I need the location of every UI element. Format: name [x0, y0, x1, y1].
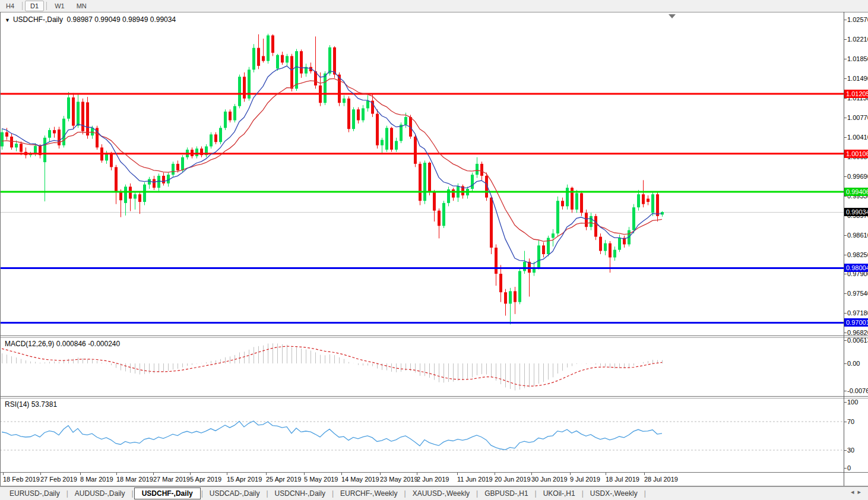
candle-body [618, 238, 621, 250]
candle-body [72, 97, 75, 126]
chart-tab-xauusd-weekly[interactable]: XAUUSD-,Weekly [407, 488, 476, 499]
candle-body [286, 56, 289, 62]
date-axis-label: 30 Jun 2019 [531, 476, 568, 483]
chart-tab-gbpusd-h1[interactable]: GBPUSD-,H1 [479, 488, 534, 499]
candle-body [328, 48, 331, 74]
chart-tab-eurusd-daily[interactable]: EURUSD-,Daily [4, 488, 66, 499]
candle-body [400, 125, 403, 141]
macd-axis-label: -0.007612 [847, 387, 868, 394]
chart-canvas[interactable] [0, 0, 868, 500]
candle-body [561, 201, 564, 206]
candle-body [357, 109, 360, 120]
candle-body [433, 192, 436, 211]
rsi-axis-label: 70 [847, 418, 854, 425]
rsi-label: RSI(14) 53.7381 [5, 400, 57, 409]
date-axis-label: 18 Feb 2019 [3, 476, 40, 483]
candle-body [143, 185, 146, 202]
chart-tab-audusd-daily[interactable]: AUDUSD-,Daily [69, 488, 131, 499]
candle-body [590, 216, 593, 227]
date-axis-label: 18 Mar 2019 [116, 476, 153, 483]
candle-body [390, 128, 393, 150]
price-axis-label: 0.99690 [847, 173, 868, 180]
candle-body [15, 144, 18, 147]
tab-scroll-left-icon[interactable]: ◂ [851, 488, 858, 495]
candle-body [651, 194, 654, 213]
candle-body [53, 130, 56, 133]
price-level-tag: 1.01205 [844, 90, 868, 98]
date-axis-label: 2 Jun 2019 [417, 476, 449, 483]
ma-fast-line [2, 66, 662, 264]
tab-scroll-arrows: ◂▸ [851, 488, 864, 496]
candle-body [476, 164, 479, 175]
candle-body [157, 176, 160, 188]
candle-body [642, 194, 645, 204]
candle-body [423, 163, 426, 201]
candle-body [48, 130, 51, 138]
candle-body [594, 216, 597, 237]
candle-body [385, 128, 388, 150]
candle-body [537, 245, 540, 267]
candle-body [352, 109, 355, 129]
price-level-tag: 0.97001 [844, 318, 868, 327]
candle-body [67, 97, 70, 119]
candle-body [504, 292, 507, 303]
candle-body [575, 193, 578, 209]
candle-body [514, 291, 517, 302]
candle-body [366, 101, 369, 109]
price-level-tag: 0.99406 [844, 188, 868, 196]
price-axis-label: 1.00770 [847, 114, 868, 121]
rsi-axis-label: 0 [847, 464, 851, 471]
candle-body [252, 48, 255, 70]
chart-ohlc-values: 0.98987 0.99049 0.98949 0.99034 [67, 15, 176, 24]
chart-tab-eurchf-weekly[interactable]: EURCHF-,Weekly [334, 488, 403, 499]
date-axis-label: 20 Jun 2019 [495, 476, 531, 483]
candle-body [647, 199, 650, 202]
macd-axis-label: 0.00613 [847, 337, 868, 344]
candle-body [585, 213, 588, 227]
tab-scroll-right-icon[interactable]: ▸ [857, 488, 864, 495]
date-axis-label: 11 Jun 2019 [457, 476, 493, 483]
candle-body [214, 134, 217, 142]
candle-body [471, 175, 474, 189]
candle-body [20, 144, 23, 152]
candle-body [518, 271, 521, 302]
candle-body [395, 141, 398, 150]
chart-tab-usdchf-daily[interactable]: USDCHF-,Daily [134, 488, 201, 499]
candle-body [176, 164, 179, 170]
candle-body [613, 250, 616, 258]
price-axis-label: 1.01850 [847, 55, 868, 62]
candle-body [119, 192, 122, 201]
candle-body [656, 194, 659, 216]
macd-signal-value: -0.000240 [88, 340, 120, 348]
date-axis-label: 9 Jul 2019 [570, 476, 600, 483]
chart-tab-usdx-weekly[interactable]: USDX-,Weekly [584, 488, 644, 499]
candle-body [271, 36, 274, 53]
candle-body [333, 48, 336, 75]
chart-dropdown-icon[interactable]: ▼ [5, 17, 10, 23]
candle-body [495, 248, 498, 274]
candle-body [238, 77, 241, 106]
macd-label: MACD(12,26,9) 0.000846 -0.000240 [5, 340, 120, 348]
candle-body [414, 137, 417, 164]
price-axis-label: 1.01490 [847, 75, 868, 82]
candle-body [210, 134, 213, 146]
candle-body [10, 137, 13, 147]
chart-tab-bar: EURUSD-,Daily|AUDUSD-,Daily|USDCHF-,Dail… [0, 486, 868, 500]
candle-body [153, 179, 156, 188]
candle-body [5, 132, 8, 137]
candle-body [134, 194, 137, 198]
candle-body [547, 238, 550, 254]
chart-tab-usdcad-daily[interactable]: USDCAD-,Daily [204, 488, 266, 499]
candle-body [523, 262, 526, 271]
candle-body [324, 74, 327, 103]
chart-tab-usdcnh-daily[interactable]: USDCNH-,Daily [269, 488, 331, 499]
candle-body [442, 203, 445, 226]
chart-tab-ukoil-h1[interactable]: UKOil-,H1 [537, 488, 581, 499]
price-axis-label: 0.97540 [847, 290, 868, 297]
candle-body [362, 108, 365, 120]
candle-body [609, 243, 612, 258]
tab-separator: | [644, 489, 647, 498]
candle-body [580, 193, 583, 213]
date-axis-label: 8 Mar 2019 [80, 476, 113, 483]
rsi-axis-label: 30 [847, 447, 854, 454]
